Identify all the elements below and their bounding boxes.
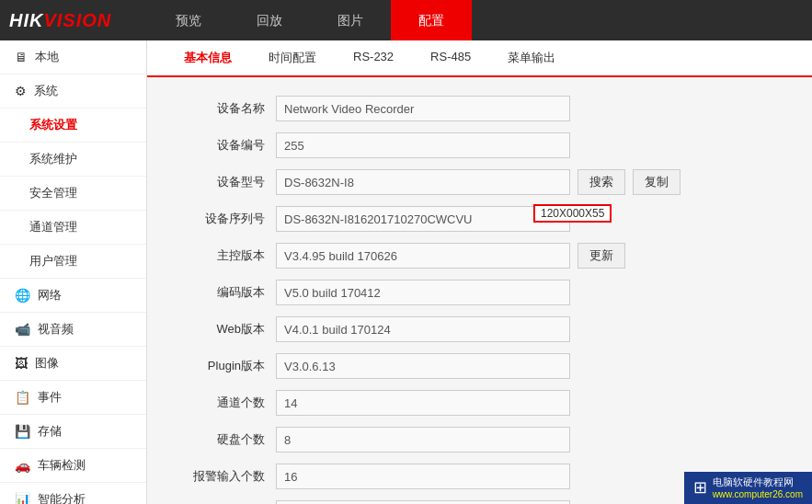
search-button[interactable]: 搜索 [578,169,625,195]
input-device-name[interactable] [276,96,570,121]
tab-playback[interactable]: 回放 [229,0,310,40]
main-layout: 🖥 本地 ⚙ 系统 系统设置 系统维护 安全管理 通道管理 用户管理 🌐 网络 … [0,40,812,504]
windows-icon: ⊞ [693,477,707,498]
input-alarm-output[interactable] [276,500,570,504]
sidebar-item-image[interactable]: 🖼 图像 [0,347,146,381]
top-navigation: HIKVISION 预览 回放 图片 配置 [0,0,812,40]
sidebar-label-smart-analysis: 智能分析 [38,491,86,504]
subtab-menu-output[interactable]: 菜单输出 [489,40,574,77]
label-plugin-version: Plugin版本 [175,358,276,374]
content-area: 基本信息 时间配置 RS-232 RS-485 菜单输出 设备名称 设备编号 设… [147,40,812,504]
input-device-model[interactable] [276,169,570,195]
serial-highlight-overlay: 120X000X55 [533,204,612,223]
label-device-name: 设备名称 [175,100,276,117]
sub-tab-bar: 基本信息 时间配置 RS-232 RS-485 菜单输出 [147,40,812,77]
sidebar-label-system-maintain: 系统维护 [29,151,77,167]
label-device-model: 设备型号 [175,174,276,190]
input-disk-count[interactable] [276,427,570,452]
sidebar-item-system-settings[interactable]: 系统设置 [0,109,146,143]
label-web-version: Web版本 [175,321,276,338]
field-row-plugin-version: Plugin版本 [175,353,784,379]
label-disk-count: 硬盘个数 [175,431,276,448]
sidebar-item-system-maintain[interactable]: 系统维护 [0,143,146,177]
sidebar-label-user-mgmt: 用户管理 [29,253,77,269]
sidebar-label-system: 系统 [34,83,58,99]
nav-tab-list: 预览 回放 图片 配置 [148,0,803,40]
sidebar-label-local: 本地 [35,49,59,65]
label-encode-version: 编码版本 [175,284,276,301]
sidebar: 🖥 本地 ⚙ 系统 系统设置 系统维护 安全管理 通道管理 用户管理 🌐 网络 … [0,40,147,504]
basic-info-form: 设备名称 设备编号 设备型号 搜索 复制 设备序列号 [147,77,812,504]
label-device-serial: 设备序列号 [175,211,276,227]
input-alarm-input[interactable] [276,464,570,489]
input-channel-count[interactable] [276,390,570,416]
monitor-icon: 🖥 [15,50,28,64]
input-device-number[interactable] [276,132,570,158]
input-encode-version[interactable] [276,280,570,305]
sidebar-label-event: 事件 [38,389,62,406]
subtab-rs232[interactable]: RS-232 [335,40,412,77]
copy-button[interactable]: 复制 [633,169,680,195]
sidebar-item-video-audio[interactable]: 📹 视音频 [0,313,146,347]
field-row-device-name: 设备名称 [175,96,784,121]
input-device-serial[interactable] [276,206,570,232]
sidebar-label-vehicle-detect: 车辆检测 [38,457,86,474]
sidebar-item-smart-analysis[interactable]: 📊 智能分析 [0,483,146,504]
vehicle-icon: 🚗 [15,458,30,473]
watermark: ⊞ 电脑软硬件教程网 www.computer26.com [684,472,812,504]
sidebar-label-storage: 存储 [38,423,62,440]
sidebar-label-security-mgmt: 安全管理 [29,185,77,201]
sidebar-item-security-mgmt[interactable]: 安全管理 [0,177,146,211]
label-main-version: 主控版本 [175,247,276,264]
label-channel-count: 通道个数 [175,395,276,411]
sidebar-item-local[interactable]: 🖥 本地 [0,40,146,74]
label-device-number: 设备编号 [175,137,276,154]
update-button[interactable]: 更新 [578,243,625,269]
subtab-rs485[interactable]: RS-485 [412,40,489,77]
sidebar-item-network[interactable]: 🌐 网络 [0,279,146,313]
subtab-basic-info[interactable]: 基本信息 [166,40,250,77]
tab-config[interactable]: 配置 [391,0,472,40]
field-row-main-version: 主控版本 更新 [175,243,784,269]
input-main-version[interactable] [276,243,570,269]
field-row-device-serial: 设备序列号 120X000X55 [175,206,784,232]
sidebar-label-image: 图像 [35,355,59,372]
sidebar-item-storage[interactable]: 💾 存储 [0,415,146,449]
sidebar-label-video-audio: 视音频 [38,321,74,338]
image-icon: 🖼 [15,356,28,371]
field-row-device-number: 设备编号 [175,132,784,158]
network-icon: 🌐 [15,288,30,303]
version-actions: 更新 [578,243,625,269]
tab-picture[interactable]: 图片 [310,0,391,40]
sidebar-item-vehicle-detect[interactable]: 🚗 车辆检测 [0,449,146,483]
system-icon: ⚙ [15,84,27,98]
field-row-channel-count: 通道个数 [175,390,784,416]
input-web-version[interactable] [276,316,570,342]
storage-icon: 💾 [15,424,30,439]
sidebar-label-channel-mgmt: 通道管理 [29,219,77,235]
input-plugin-version[interactable] [276,353,570,379]
tab-preview[interactable]: 预览 [148,0,229,40]
field-row-disk-count: 硬盘个数 [175,427,784,452]
watermark-title: 电脑软硬件教程网 [713,475,803,488]
sidebar-label-network: 网络 [38,287,62,304]
sidebar-item-user-mgmt[interactable]: 用户管理 [0,245,146,279]
brand-logo: HIKVISION [9,10,111,31]
sidebar-item-channel-mgmt[interactable]: 通道管理 [0,211,146,245]
sidebar-item-system[interactable]: ⚙ 系统 [0,74,146,109]
video-icon: 📹 [15,322,30,337]
model-actions: 搜索 复制 [578,169,680,195]
field-row-device-model: 设备型号 搜索 复制 [175,169,784,195]
smart-icon: 📊 [15,492,30,504]
event-icon: 📋 [15,390,30,405]
field-row-web-version: Web版本 [175,316,784,342]
field-row-encode-version: 编码版本 [175,280,784,305]
watermark-site: www.computer26.com [713,488,803,500]
sidebar-item-event[interactable]: 📋 事件 [0,381,146,415]
subtab-time-config[interactable]: 时间配置 [250,40,335,77]
label-alarm-input: 报警输入个数 [175,468,276,485]
sidebar-label-system-settings: 系统设置 [29,117,77,133]
